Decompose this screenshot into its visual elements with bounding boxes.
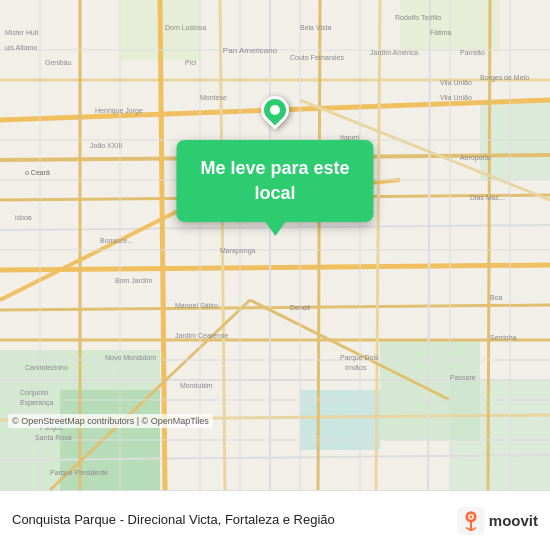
svg-text:Mister Hull: Mister Hull	[5, 29, 39, 36]
svg-text:Conjunto: Conjunto	[20, 389, 48, 397]
svg-text:Montese: Montese	[200, 94, 227, 101]
svg-text:Irmãos: Irmãos	[345, 364, 367, 371]
svg-text:Vila União: Vila União	[440, 79, 472, 86]
svg-text:Aeroporto: Aeroporto	[460, 154, 491, 162]
moovit-logo: moovit	[457, 507, 538, 535]
moovit-brand-icon	[457, 507, 485, 535]
svg-text:Dom Lustosa: Dom Lustosa	[165, 24, 206, 31]
svg-text:Santa Rosa: Santa Rosa	[35, 434, 72, 441]
location-title: Conquista Parque - Direcional Victa, For…	[12, 511, 447, 529]
svg-text:Bonsuce...: Bonsuce...	[100, 237, 133, 244]
svg-text:Jardim Cearense: Jardim Cearense	[175, 332, 228, 339]
svg-text:Parque Presidente: Parque Presidente	[50, 469, 108, 477]
svg-text:Canindezinho: Canindezinho	[25, 364, 68, 371]
location-info: Conquista Parque - Direcional Victa, For…	[12, 511, 447, 529]
svg-text:Genibáu: Genibáu	[45, 59, 72, 66]
svg-text:Fátima: Fátima	[430, 29, 452, 36]
svg-rect-5	[450, 380, 550, 490]
popup-line2: local	[254, 183, 295, 203]
svg-text:Passaré: Passaré	[450, 374, 476, 381]
map-attribution: © OpenStreetMap contributors | © OpenMap…	[8, 414, 213, 428]
svg-text:Mondubim: Mondubim	[180, 382, 213, 389]
svg-text:isboa: isboa	[15, 214, 32, 221]
map-container[interactable]: Pan Americano Henrique Jorge João XXIII …	[0, 0, 550, 490]
svg-text:Esperança: Esperança	[20, 399, 54, 407]
moovit-brand-text: moovit	[489, 512, 538, 529]
svg-text:o Ceará: o Ceará	[25, 169, 50, 176]
popup-line1: Me leve para este	[200, 158, 349, 178]
svg-text:Maraponga: Maraponga	[220, 247, 256, 255]
svg-text:Pan Americano: Pan Americano	[223, 46, 278, 55]
svg-text:Serrinha: Serrinha	[490, 334, 517, 341]
svg-text:Henrique Jorge: Henrique Jorge	[95, 107, 143, 115]
svg-text:Jardim América: Jardim América	[370, 49, 418, 56]
svg-rect-4	[300, 390, 380, 450]
svg-text:Bom Jardim: Bom Jardim	[115, 277, 153, 284]
svg-point-95	[469, 515, 472, 518]
svg-text:Parreão: Parreão	[460, 49, 485, 56]
svg-text:Manoel Sátiro: Manoel Sátiro	[175, 302, 218, 309]
svg-text:Novo Mondubim: Novo Mondubim	[105, 354, 156, 361]
svg-text:Borges de Melo: Borges de Melo	[480, 74, 529, 82]
svg-text:Dias Mac...: Dias Mac...	[470, 194, 505, 201]
svg-text:Vila União: Vila União	[440, 94, 472, 101]
svg-text:Parque Dois: Parque Dois	[340, 354, 379, 362]
navigate-popup[interactable]: Me leve para este local	[176, 140, 373, 222]
svg-text:Dendê: Dendê	[290, 304, 311, 311]
svg-line-24	[318, 0, 320, 490]
svg-text:Rodolfo Teófilo: Rodolfo Teófilo	[395, 14, 441, 21]
svg-text:Pici: Pici	[185, 59, 197, 66]
svg-text:Boa: Boa	[490, 294, 503, 301]
svg-text:João XXIII: João XXIII	[90, 142, 122, 149]
svg-text:Couto Fernandes: Couto Fernandes	[290, 54, 345, 61]
svg-text:uis Albano: uis Albano	[5, 44, 37, 51]
location-pin	[261, 96, 289, 124]
bottom-bar: Conquista Parque - Direcional Victa, For…	[0, 490, 550, 550]
svg-text:Bela Vista: Bela Vista	[300, 24, 331, 31]
